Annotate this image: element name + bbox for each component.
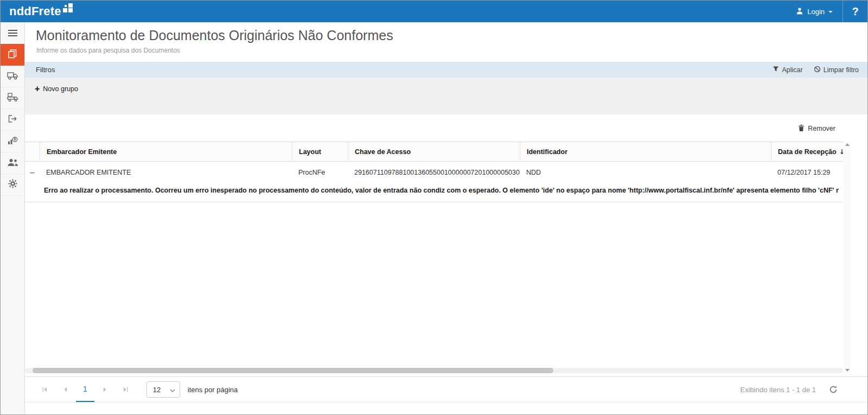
users-icon <box>7 158 18 169</box>
new-group-button[interactable]: + Novo grupo <box>35 85 78 93</box>
topbar-right: Login ? <box>786 1 867 22</box>
filter-group-area: + Novo grupo <box>25 78 867 114</box>
apply-filter-button[interactable]: Aplicar <box>773 66 802 74</box>
sidebar <box>1 22 25 414</box>
page-header: Monitoramento de Documentos Originários … <box>25 22 867 62</box>
new-group-label: Novo grupo <box>43 85 78 93</box>
sidebar-item-settings[interactable] <box>1 174 24 196</box>
sidebar-menu-toggle[interactable] <box>1 22 24 44</box>
help-button[interactable]: ? <box>843 1 867 22</box>
grid-header-data-recepcao[interactable]: Data de Recepção ↓ <box>771 142 843 161</box>
column-label: Identificador <box>527 148 567 156</box>
sidebar-item-billing[interactable] <box>1 131 24 152</box>
column-label: Chave de Acesso <box>355 148 411 156</box>
cell-layout: ProcNFe <box>292 169 348 176</box>
prev-page-button[interactable] <box>55 377 76 402</box>
delivery-truck-icon <box>7 92 18 104</box>
chevron-down-icon <box>170 385 175 394</box>
grid-header-chave[interactable]: Chave de Acesso <box>348 142 520 161</box>
page-title: Monitoramento de Documentos Originários … <box>36 28 867 43</box>
table-row[interactable]: − EMBARCADOR EMITENTE ProcNFe 2916071109… <box>25 162 843 183</box>
collapse-row-icon[interactable]: − <box>25 168 40 177</box>
column-label: Embarcador Emitente <box>47 148 117 156</box>
page-number-current[interactable]: 1 <box>76 377 94 402</box>
cancel-circle-icon <box>814 66 821 74</box>
grid-header-identificador[interactable]: Identificador <box>520 142 771 161</box>
cell-embarcador: EMBARCADOR EMITENTE <box>40 169 292 176</box>
main-content: Monitoramento de Documentos Originários … <box>25 22 867 414</box>
user-icon <box>796 7 803 16</box>
pager-status: Exibindo itens 1 - 1 de 1 <box>741 386 816 394</box>
pager-right: Exibindo itens 1 - 1 de 1 <box>741 385 867 394</box>
last-page-button[interactable] <box>115 377 136 402</box>
login-label: Login <box>807 8 825 16</box>
clear-filter-label: Limpar filtro <box>824 66 859 74</box>
filter-actions: Aplicar Limpar filtro <box>773 66 859 74</box>
brand-logo[interactable]: nddFrete <box>9 2 74 21</box>
sidebar-item-documents[interactable] <box>1 44 24 66</box>
next-page-button[interactable] <box>94 377 115 402</box>
page-size-value: 12 <box>153 386 161 394</box>
refresh-icon[interactable] <box>829 385 838 394</box>
grid-header-layout[interactable]: Layout <box>292 142 348 161</box>
scroll-up-icon[interactable] <box>845 143 850 146</box>
billing-chart-icon <box>8 136 18 147</box>
brand-name: nddFrete <box>9 2 61 21</box>
page-subtitle: Informe os dados para pesquisa dos Docum… <box>36 47 867 54</box>
remove-button[interactable]: Remover <box>798 122 835 135</box>
brand-squares-icon <box>63 3 74 14</box>
grid-header-row: Embarcador Emitente Layout Chave de Aces… <box>25 142 843 162</box>
trash-icon <box>798 124 805 133</box>
sidebar-item-export[interactable] <box>1 109 24 131</box>
menu-icon <box>8 30 17 36</box>
cell-identificador: NDD <box>520 169 771 176</box>
clear-filter-button[interactable]: Limpar filtro <box>814 66 859 74</box>
grid-header-expander <box>25 142 40 161</box>
row-detail: Erro ao realizar o processamento. Ocorre… <box>25 183 843 202</box>
column-label: Layout <box>299 148 321 156</box>
sort-desc-icon: ↓ <box>839 148 843 156</box>
first-page-button[interactable] <box>35 377 55 402</box>
chevron-down-icon <box>828 11 833 13</box>
items-per-page-label: itens por página <box>188 386 238 394</box>
sidebar-item-users[interactable] <box>1 152 24 174</box>
error-message: Erro ao realizar o processamento. Ocorre… <box>44 187 839 194</box>
cell-chave: 2916071109788100136055001000000720100000… <box>348 169 520 176</box>
app-window: nddFrete Login ? <box>0 0 868 415</box>
filters-title: Filtros <box>36 66 55 74</box>
sidebar-item-shipping[interactable] <box>1 87 24 109</box>
grid-toolbar: Remover <box>25 122 843 135</box>
sidebar-item-fleet[interactable] <box>1 66 24 87</box>
documents-grid: Embarcador Emitente Layout Chave de Aces… <box>25 142 843 202</box>
export-icon <box>8 114 17 125</box>
settings-gears-icon <box>8 178 18 191</box>
scroll-down-icon[interactable] <box>845 369 850 372</box>
cell-data-recepcao: 07/12/2017 15:29 <box>771 169 843 176</box>
column-label: Data de Recepção <box>778 148 837 156</box>
truck-icon <box>7 71 18 82</box>
filter-bar: Filtros Aplicar Limpar filtro <box>25 62 867 78</box>
remove-label: Remover <box>808 125 835 132</box>
topbar: nddFrete Login ? <box>1 1 867 22</box>
vertical-scrollbar[interactable] <box>844 142 851 373</box>
funnel-icon <box>773 66 779 74</box>
pagination-bar: 1 12 itens por página Exibindo itens 1 -… <box>25 376 867 403</box>
horizontal-scrollbar-thumb[interactable] <box>33 368 553 373</box>
apply-filter-label: Aplicar <box>782 66 802 74</box>
plus-icon: + <box>35 86 40 92</box>
grid-header-embarcador[interactable]: Embarcador Emitente <box>40 142 292 161</box>
horizontal-scrollbar[interactable] <box>25 368 843 373</box>
documents-icon <box>8 49 17 61</box>
login-menu[interactable]: Login <box>786 1 843 22</box>
page-size-select[interactable]: 12 <box>146 381 180 398</box>
